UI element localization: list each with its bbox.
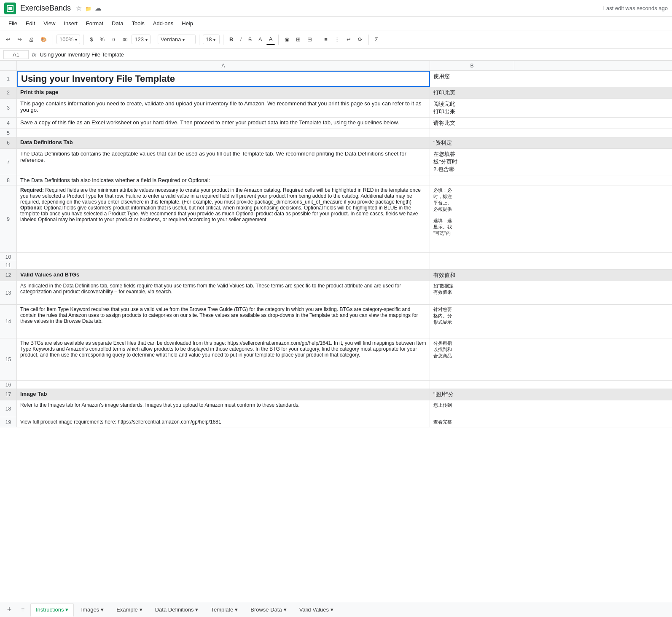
tab-example[interactable]: Example ▾	[111, 603, 148, 617]
merge-button[interactable]: ⊟	[305, 35, 314, 44]
cell-b14[interactable]: 针对您要格内。分形式显示	[430, 305, 514, 338]
cell-a14[interactable]: The cell for Item Type Keyword requires …	[17, 305, 430, 338]
cell-a12[interactable]: Valid Values and BTGs	[17, 270, 430, 281]
cell-b6[interactable]: "资料定	[430, 137, 514, 148]
sheet-list-button[interactable]: ≡	[17, 604, 29, 616]
font-size-dropdown[interactable]: 18	[203, 35, 220, 44]
cell-b11[interactable]	[430, 261, 514, 269]
menu-tools[interactable]: Tools	[127, 19, 148, 28]
cell-b12[interactable]: 有效值和	[430, 270, 514, 281]
cell-a5[interactable]	[17, 129, 430, 137]
menu-addons[interactable]: Add-ons	[149, 19, 177, 28]
cell-a1[interactable]: Using your Inventory File Template	[17, 71, 430, 87]
cell-b4[interactable]: 请将此文	[430, 118, 514, 129]
rotate-button[interactable]: ⟳	[355, 35, 365, 44]
row-number: 1	[0, 71, 17, 87]
cloud-icon[interactable]	[95, 4, 102, 12]
cell-b16[interactable]	[430, 381, 514, 389]
underline-button[interactable]: A	[256, 35, 265, 44]
menu-insert[interactable]: Insert	[59, 19, 82, 28]
cell-a9[interactable]: Required: Required fields are the minimu…	[17, 185, 430, 252]
row-number: 10	[0, 253, 17, 261]
font-name-dropdown[interactable]: Verdana	[158, 35, 196, 44]
formula-content[interactable]: Using your Inventory File Template	[40, 51, 669, 58]
menu-format[interactable]: Format	[82, 19, 108, 28]
decrease-decimal-button[interactable]	[109, 35, 117, 44]
menu-data[interactable]: Data	[108, 19, 127, 28]
table-row: 14 The cell for Item Type Keyword requir…	[0, 305, 672, 338]
cell-a15[interactable]: The BTGs are also available as separate …	[17, 338, 430, 380]
cell-b3[interactable]: 阅读完此打印出来	[430, 99, 514, 117]
cell-a3[interactable]: This page contains information you need …	[17, 99, 430, 117]
tab-instructions[interactable]: Instructions ▾	[30, 603, 74, 617]
functions-button[interactable]: Σ	[372, 35, 381, 44]
cell-a7[interactable]: The Data Definitions tab contains the ac…	[17, 149, 430, 175]
zoom-dropdown[interactable]: 100%	[56, 35, 80, 44]
row-number: 15	[0, 338, 17, 380]
col-header-a[interactable]: A	[17, 61, 430, 70]
cell-a11[interactable]	[17, 261, 430, 269]
row-number: 2	[0, 87, 17, 98]
table-row: 6 Data Definitions Tab "资料定	[0, 137, 672, 149]
cell-b2[interactable]: 打印此页	[430, 87, 514, 98]
tab-images[interactable]: Images ▾	[75, 603, 109, 617]
cell-b1[interactable]: 使用您	[430, 71, 514, 87]
menu-edit[interactable]: Edit	[22, 19, 39, 28]
cell-b18[interactable]: 您上传到	[430, 400, 514, 417]
star-icon[interactable]	[76, 4, 82, 12]
cell-b7[interactable]: 在您填答板"分页时2.包含哪	[430, 149, 514, 175]
undo-button[interactable]	[3, 35, 13, 44]
menu-help[interactable]: Help	[177, 19, 197, 28]
tab-valid-values[interactable]: Valid Values ▾	[294, 603, 339, 617]
add-sheet-button[interactable]: +	[3, 604, 15, 616]
align-v-button[interactable]: ⋮	[332, 35, 342, 44]
italic-button[interactable]: I	[237, 35, 244, 44]
tab-valid-values-chevron: ▾	[331, 606, 333, 613]
tab-data-definitions[interactable]: Data Definitions ▾	[150, 603, 204, 617]
cell-a8[interactable]: The Data Definitions tab also indicates …	[17, 175, 430, 185]
tab-template[interactable]: Template ▾	[205, 603, 243, 617]
print-button[interactable]	[26, 35, 36, 44]
cell-b9[interactable]: 必填：必时，标注平台上。必须提供选填：选显示。我"可选"的	[430, 185, 514, 252]
cell-b5[interactable]	[430, 129, 514, 137]
cell-a19[interactable]: View full product image requirements her…	[17, 417, 430, 427]
border-button[interactable]: ⊞	[293, 35, 303, 44]
cell-b15[interactable]: 分类树指以找到和合您商品	[430, 338, 514, 380]
title-icons	[76, 4, 102, 12]
align-h-button[interactable]: ≡	[322, 35, 330, 44]
currency-button[interactable]	[87, 35, 95, 44]
cell-b17[interactable]: "图片"分	[430, 389, 514, 400]
wrap-button[interactable]: ↵	[344, 35, 354, 44]
bold-button[interactable]: B	[227, 35, 236, 44]
col-header-b[interactable]: B	[430, 61, 514, 70]
fill-color-button[interactable]: ◉	[282, 35, 292, 44]
redo-button[interactable]	[15, 35, 24, 44]
cell-a16[interactable]	[17, 381, 430, 389]
table-row: 15 The BTGs are also available as separa…	[0, 338, 672, 381]
menu-file[interactable]: File	[4, 19, 22, 28]
increase-decimal-button[interactable]	[119, 35, 130, 44]
cell-a13[interactable]: As indicated in the Data Definitions tab…	[17, 281, 430, 304]
row-number: 9	[0, 185, 17, 252]
cell-b8[interactable]	[430, 175, 514, 185]
text-color-button[interactable]: A	[266, 34, 275, 45]
cell-a10[interactable]	[17, 253, 430, 261]
cell-b13[interactable]: 如"数据定有效值来	[430, 281, 514, 304]
cell-reference[interactable]: A1	[3, 50, 29, 59]
file-title[interactable]: ExerciseBands	[20, 4, 71, 13]
cell-a2[interactable]: Print this page	[17, 87, 430, 98]
cell-b19[interactable]: 查看完整	[430, 417, 514, 427]
strikethrough-button[interactable]: S̶	[246, 35, 254, 44]
paint-format-button[interactable]	[38, 35, 49, 44]
folder-icon[interactable]	[85, 5, 91, 12]
tab-browse-data[interactable]: Browse Data ▾	[245, 603, 292, 617]
format-number-dropdown[interactable]: 123	[132, 35, 151, 44]
cell-a17[interactable]: Image Tab	[17, 389, 430, 400]
cell-b10[interactable]	[430, 253, 514, 261]
cell-a4[interactable]: Save a copy of this file as an Excel wor…	[17, 118, 430, 129]
menu-view[interactable]: View	[39, 19, 59, 28]
cell-a18[interactable]: Refer to the Images tab for Amazon's ima…	[17, 400, 430, 417]
cell-a6[interactable]: Data Definitions Tab	[17, 137, 430, 148]
percent-button[interactable]	[97, 35, 107, 44]
tab-images-chevron: ▾	[101, 606, 104, 613]
